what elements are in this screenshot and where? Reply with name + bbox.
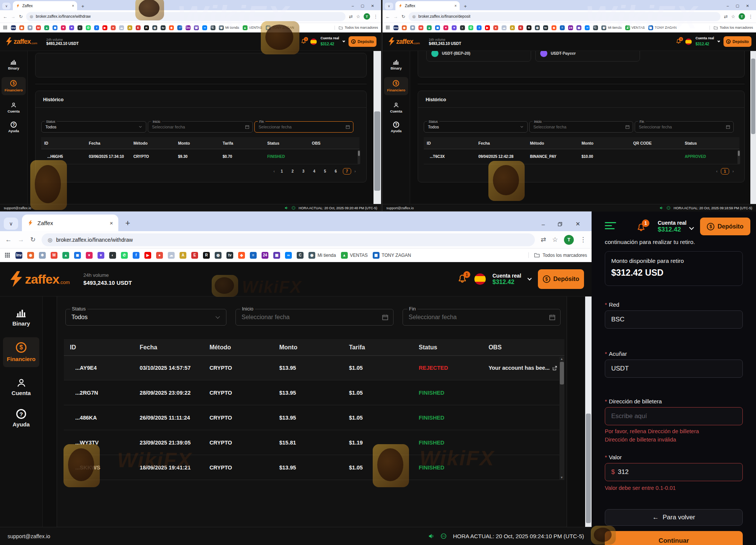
inicio-filter[interactable]: Inicio Seleccionar fecha — [529, 121, 633, 133]
bookmark-item[interactable]: ≡ — [560, 25, 565, 30]
translate-icon[interactable]: ⇄ — [349, 14, 353, 19]
bookmark-item[interactable]: f — [94, 25, 99, 30]
tab-close-icon[interactable]: × — [110, 220, 113, 226]
address-bar[interactable]: ◎ broker.zaffex.io/finance/deposit — [409, 12, 720, 21]
maximize-button[interactable]: ▢ — [361, 4, 364, 8]
bookmark-item[interactable]: R — [203, 252, 210, 259]
bookmark-item[interactable]: ▦TONY ZAGAN — [266, 25, 294, 30]
close-button[interactable]: ✕ — [575, 221, 580, 227]
coin-field[interactable]: USDT — [605, 360, 743, 378]
bookmark-item[interactable]: ♥ — [61, 25, 66, 30]
hamburger-menu-icon[interactable] — [605, 222, 616, 229]
bookmark-item[interactable]: ▲VENTAS — [341, 252, 368, 259]
bookmark-item[interactable]: tv — [543, 25, 548, 30]
bookmark-item[interactable]: ☁ — [168, 252, 175, 259]
pagination-prev[interactable]: ‹ — [716, 169, 717, 173]
bookmark-item[interactable]: ◍ — [215, 252, 222, 259]
bookmark-item[interactable]: ▲ — [44, 25, 49, 30]
bookmark-item[interactable]: tv — [226, 252, 233, 259]
bookmark-item[interactable]: ◼ — [53, 25, 57, 30]
bookmark-item[interactable]: ∞ — [285, 252, 292, 259]
continue-button[interactable]: Continuar — [605, 531, 743, 545]
maximize-button[interactable]: ▢ — [736, 4, 739, 8]
bookmark-item[interactable]: ▣ — [576, 25, 581, 30]
bookmark-item[interactable]: ✱ — [28, 25, 33, 30]
bookmark-item[interactable]: ◆ — [238, 252, 245, 259]
page-4[interactable]: 4 — [310, 168, 318, 174]
bookmark-item[interactable]: ▲VENTAS — [625, 25, 645, 30]
table-scrollbar[interactable]: ▲ ▼ — [559, 357, 564, 480]
page-6[interactable]: 6 — [332, 168, 340, 174]
bookmark-item[interactable]: ◉Mi tienda — [308, 252, 336, 259]
bookmark-item[interactable]: Inv — [15, 252, 22, 259]
chevron-down-icon[interactable] — [717, 40, 720, 42]
forward-icon[interactable]: → — [393, 14, 398, 19]
page-scrollbar[interactable] — [373, 51, 381, 212]
tab-search-chevron-icon[interactable]: ∨ — [385, 3, 393, 9]
bookmark-item[interactable]: E — [518, 25, 523, 30]
notification-bell-icon[interactable]: 1 — [675, 39, 682, 45]
bookmark-item[interactable]: ✆ — [86, 25, 91, 30]
apps-grid-icon[interactable] — [5, 252, 11, 258]
scroll-up-icon[interactable]: ▲ — [560, 357, 563, 361]
bookmark-item[interactable]: ♥ — [452, 25, 457, 30]
wallet-address-field[interactable] — [605, 407, 743, 425]
bookmark-item[interactable]: ♥ — [98, 252, 104, 259]
menu-kebab-icon[interactable]: ⋮ — [580, 236, 586, 244]
bookmark-item[interactable]: R — [144, 25, 149, 30]
bookmark-item[interactable]: ∞ — [202, 25, 207, 30]
account-selector[interactable]: Cuenta real $312.42 — [321, 36, 339, 47]
back-icon[interactable]: ← — [386, 14, 390, 19]
wallet-address-input[interactable] — [611, 412, 736, 420]
bookmark-item[interactable]: A — [510, 25, 515, 30]
chevron-down-icon[interactable] — [689, 225, 694, 230]
translate-icon[interactable]: ⇄ — [541, 236, 546, 244]
new-tab-button[interactable]: + — [79, 3, 86, 9]
bookmark-item[interactable]: ▲ — [62, 252, 69, 259]
browser-tab[interactable]: Zaffex × — [395, 1, 460, 10]
bookmark-item[interactable]: ▲ — [427, 25, 432, 30]
bookmark-item[interactable]: ◍ — [152, 25, 157, 30]
tab-search-chevron-icon[interactable]: ∨ — [4, 218, 18, 230]
restore-button[interactable] — [558, 222, 562, 227]
bookmark-item[interactable]: A — [180, 252, 186, 259]
page-scrollbar[interactable] — [750, 51, 756, 212]
zaffex-logo[interactable]: zaffex.com — [5, 37, 37, 46]
bookmark-star-icon[interactable]: ☆ — [356, 14, 360, 19]
sidebar-item-cuenta[interactable]: Cuenta — [9, 375, 34, 398]
reload-icon[interactable]: ↻ — [19, 14, 23, 19]
table-row[interactable]: ...H6GH5 03/06/2025 17:34:10 CRYPTO $9.3… — [41, 149, 359, 164]
valor-field[interactable]: $ — [605, 463, 743, 481]
bookmark-item[interactable]: ◼ — [74, 252, 81, 259]
fin-filter[interactable]: Fin Seleccionar fecha — [403, 309, 561, 326]
bookmark-item[interactable]: 24 — [568, 25, 573, 30]
bookmark-item[interactable]: ◐ — [77, 25, 82, 30]
all-bookmarks[interactable]: Todos los marcadores — [335, 26, 378, 30]
apps-grid-icon[interactable] — [3, 25, 8, 30]
deposit-button[interactable]: $ Depósito — [723, 36, 751, 47]
bookmark-item[interactable]: ▣ — [273, 252, 280, 259]
bookmark-item[interactable]: ◆ — [552, 25, 556, 30]
table-row[interactable]: ...486KA 26/09/2025 11:11:24 CRYPTO $13.… — [64, 405, 564, 430]
language-flag-icon[interactable] — [474, 273, 486, 285]
bookmark-item[interactable]: ▲VENTAS — [243, 25, 262, 30]
new-tab-button[interactable]: + — [462, 3, 469, 9]
valor-input[interactable] — [618, 468, 736, 476]
bookmark-item[interactable]: C — [211, 25, 215, 30]
support-email[interactable]: support@zaffex.io — [386, 206, 414, 210]
sidebar-item-cuenta[interactable]: Cuenta — [388, 100, 404, 115]
page-1[interactable]: 1 — [721, 168, 729, 174]
bookmark-item[interactable]: ♥ — [86, 252, 93, 259]
sidebar-item-binary[interactable]: Binary — [388, 58, 404, 72]
fin-filter[interactable]: Fin Seleccionar fecha — [635, 121, 734, 133]
tab-search-chevron-icon[interactable]: ∨ — [2, 3, 11, 9]
bookmark-item[interactable]: ● — [156, 252, 163, 259]
bookmark-item[interactable]: ◉Mi tienda — [219, 25, 239, 30]
bookmark-star-icon[interactable]: ☆ — [552, 236, 558, 244]
pagination-next[interactable]: › — [355, 169, 356, 173]
sidebar-item-ayuda[interactable]: ? Ayuda — [389, 120, 404, 134]
bookmark-item[interactable]: ● — [111, 25, 116, 30]
language-flag-icon[interactable] — [685, 39, 692, 45]
page-2[interactable]: 2 — [289, 168, 296, 174]
bookmark-item[interactable]: 24 — [186, 25, 191, 30]
